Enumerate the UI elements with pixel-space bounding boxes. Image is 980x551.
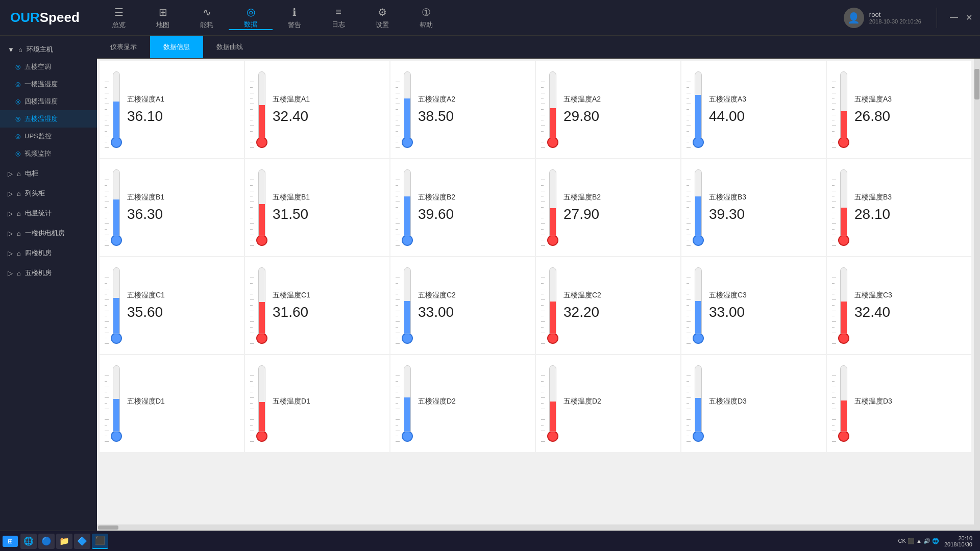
minimize-button[interactable]: — (947, 10, 961, 25)
sidebar-group-header[interactable]: ▷⌂列头柜 (0, 185, 97, 202)
energy-icon: ∿ (203, 6, 211, 18)
taskbar-app-1[interactable]: 🔵 (38, 534, 55, 549)
h-scrollbar[interactable] (97, 524, 980, 531)
sidebar-item-五楼空调[interactable]: ◎五楼空调 (0, 58, 97, 76)
gauge-card: 五楼湿度B3 39.30 (681, 159, 826, 256)
gauge-label: 五楼湿度C2 (418, 291, 530, 300)
gauge-card: 五楼湿度A2 38.50 (390, 61, 535, 158)
scroll-thumb[interactable] (974, 69, 979, 99)
gauge-card: 五楼湿度A3 44.00 (681, 61, 826, 158)
gauge-label: 五楼温度B2 (564, 193, 675, 202)
close-button[interactable]: ✕ (963, 10, 975, 25)
gauge-label: 五楼湿度A3 (709, 95, 821, 104)
gauge-label: 五楼湿度B2 (418, 193, 530, 202)
data-icon: ◎ (247, 6, 255, 18)
gauge-label: 五楼湿度A2 (418, 95, 530, 104)
nav-item-settings[interactable]: ⚙设置 (360, 6, 404, 30)
sidebar-item-四楼温湿度[interactable]: ◎四楼温湿度 (0, 93, 97, 110)
gauge-value: 31.50 (273, 206, 384, 222)
gauge-row-0: 五楼湿度A1 36.10 五楼温度A1 32.40 (100, 61, 971, 158)
sidebar-group-header[interactable]: ▷⌂电柜 (0, 165, 97, 182)
gauge-value: 27.90 (564, 206, 675, 222)
tab-仪表显示[interactable]: 仪表显示 (97, 36, 150, 58)
tab-数据信息[interactable]: 数据信息 (150, 36, 203, 58)
nav-items: ☰总览⊞地图∿能耗◎数据ℹ警告≡日志⚙设置①帮助 (97, 6, 834, 30)
logo-speed: Speed (40, 10, 80, 25)
sidebar-item-UPS监控[interactable]: ◎UPS监控 (0, 128, 97, 145)
taskbar-app-4[interactable]: ⬛ (92, 534, 108, 549)
gauge-value: 26.80 (854, 108, 966, 124)
gauge-label: 五楼湿度B3 (709, 193, 821, 202)
sidebar-group-header[interactable]: ▷⌂一楼供电机房 (0, 224, 97, 242)
gauge-card: 五楼湿度B2 39.60 (390, 159, 535, 256)
h-scroll-thumb[interactable] (98, 525, 118, 530)
start-button[interactable]: ⊞ (3, 536, 18, 547)
gauge-value: 35.60 (127, 304, 239, 320)
taskbar-right: CK ⬛ ▲ 🔊 🌐 20:10 2018/10/30 (898, 535, 977, 547)
sidebar-group: ▷⌂电量统计 (0, 205, 97, 222)
log-icon: ≡ (335, 6, 341, 18)
taskbar-app-2[interactable]: 📁 (56, 534, 72, 549)
gauge-label: 五楼温度C2 (564, 291, 675, 300)
taskbar-time: 20:10 (944, 535, 972, 541)
gauge-info: 五楼湿度A3 44.00 (709, 95, 821, 124)
content-area: 仪表显示数据信息数据曲线 五楼湿度A1 36.10 (97, 36, 980, 531)
sidebar-item-视频监控[interactable]: ◎视频监控 (0, 145, 97, 162)
sidebar-group: ▷⌂四楼机房 (0, 244, 97, 262)
sidebar-group-header[interactable]: ▷⌂四楼机房 (0, 244, 97, 262)
gauge-card: 五楼温度B1 31.50 (245, 159, 389, 256)
gauge-info: 五楼湿度A2 38.50 (418, 95, 530, 124)
nav-item-energy[interactable]: ∿能耗 (185, 6, 229, 30)
sidebar-group-header[interactable]: ▼⌂环境主机 (0, 41, 97, 58)
tabs: 仪表显示数据信息数据曲线 (97, 36, 980, 59)
taskbar-app-0[interactable]: 🌐 (20, 534, 37, 549)
sidebar-item-五楼温湿度[interactable]: ◎五楼温湿度 (0, 110, 97, 128)
nav-item-log[interactable]: ≡日志 (316, 6, 360, 29)
gauge-card: 五楼温度D3 (827, 355, 971, 452)
nav-item-map[interactable]: ⊞地图 (141, 6, 185, 30)
taskbar-app-3[interactable]: 🔷 (74, 534, 90, 549)
gauge-value: 33.00 (418, 304, 530, 320)
nav-item-data[interactable]: ◎数据 (229, 6, 273, 30)
tab-数据曲线[interactable]: 数据曲线 (203, 36, 256, 58)
gauge-label: 五楼温度A3 (854, 95, 966, 104)
gauge-label: 五楼湿度A1 (127, 95, 239, 104)
gauge-label: 五楼温度D2 (564, 397, 675, 406)
gauge-value: 32.40 (273, 108, 384, 124)
nav-item-help[interactable]: ①帮助 (404, 6, 448, 30)
gauge-card: 五楼温度C3 32.40 (827, 257, 971, 354)
gauge-value: 32.40 (854, 304, 966, 320)
gauge-value: 39.60 (418, 206, 530, 222)
gauge-label: 五楼温度D3 (854, 397, 966, 406)
gauge-card: 五楼湿度D1 (100, 355, 244, 452)
sidebar-group-header[interactable]: ▷⌂五楼机房 (0, 264, 97, 282)
gauge-info: 五楼温度C2 32.20 (564, 291, 675, 320)
gauge-value: 32.20 (564, 304, 675, 320)
gauge-card: 五楼温度A3 26.80 (827, 61, 971, 158)
avatar: 👤 (844, 8, 864, 28)
gauge-card: 五楼湿度D3 (681, 355, 826, 452)
gauge-value: 28.10 (854, 206, 966, 222)
gauge-value: 36.10 (127, 108, 239, 124)
gauge-row-2: 五楼湿度C1 35.60 五楼温度C1 31.60 (100, 257, 971, 354)
gauge-info: 五楼温度A1 32.40 (273, 95, 384, 124)
help-icon: ① (422, 6, 431, 18)
taskbar-date: 2018/10/30 (944, 541, 972, 547)
window-controls: — ✕ (942, 10, 980, 25)
scrollbar[interactable] (974, 59, 980, 524)
gauge-card: 五楼温度C1 31.60 (245, 257, 389, 354)
gauge-info: 五楼湿度B1 36.30 (127, 193, 239, 222)
sidebar: ▼⌂环境主机◎五楼空调◎一楼温湿度◎四楼温湿度◎五楼温湿度◎UPS监控◎视频监控… (0, 36, 97, 531)
gauge-card: 五楼湿度C3 33.00 (681, 257, 826, 354)
sidebar-group: ▼⌂环境主机◎五楼空调◎一楼温湿度◎四楼温湿度◎五楼温湿度◎UPS监控◎视频监控 (0, 41, 97, 162)
sidebar-group-header[interactable]: ▷⌂电量统计 (0, 205, 97, 222)
gauge-info: 五楼温度B2 27.90 (564, 193, 675, 222)
sidebar-item-一楼温湿度[interactable]: ◎一楼温湿度 (0, 76, 97, 93)
nav-item-alert[interactable]: ℹ警告 (273, 6, 316, 30)
gauge-value: 39.30 (709, 206, 821, 222)
alert-icon: ℹ (292, 6, 297, 18)
gauge-info: 五楼湿度D2 (418, 397, 530, 410)
settings-icon: ⚙ (378, 6, 387, 18)
nav-item-overview[interactable]: ☰总览 (97, 6, 141, 30)
gauge-label: 五楼温度A2 (564, 95, 675, 104)
